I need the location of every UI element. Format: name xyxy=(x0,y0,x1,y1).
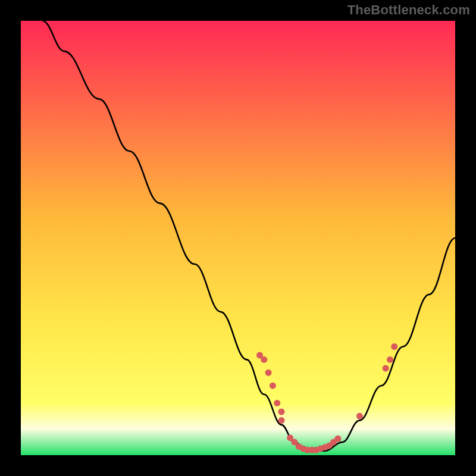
plot-area xyxy=(21,21,455,455)
data-point xyxy=(278,417,285,424)
data-point xyxy=(278,409,285,415)
watermark-text: TheBottleneck.com xyxy=(347,2,470,18)
data-point xyxy=(391,343,397,350)
data-point xyxy=(334,436,341,442)
data-point xyxy=(383,365,389,372)
data-point xyxy=(256,352,263,359)
data-point xyxy=(270,383,276,389)
chart-frame: TheBottleneck.com xyxy=(0,0,476,476)
data-point xyxy=(274,400,280,406)
data-point xyxy=(356,413,363,419)
data-point xyxy=(387,356,393,363)
plot-svg xyxy=(21,21,455,455)
data-point xyxy=(265,369,272,376)
